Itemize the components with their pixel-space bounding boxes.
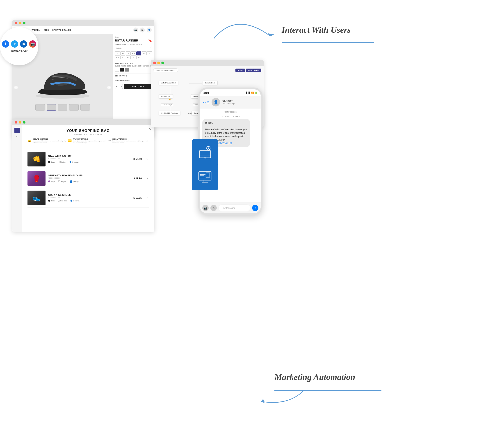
maximize-dot[interactable]	[23, 22, 25, 24]
size-8.5[interactable]: 8.5	[115, 56, 120, 59]
size-dropdown[interactable]: Select... ▾	[115, 46, 152, 50]
ecommerce-titlebar	[12, 20, 154, 26]
status-time: 3:01	[203, 91, 209, 95]
thumbnail-5[interactable]	[80, 104, 90, 111]
instagram-icon[interactable]: 📷	[133, 27, 138, 33]
nav-kids[interactable]: KIDS	[44, 29, 49, 31]
flow-node-onsite[interactable]: On-Site 50%	[159, 94, 173, 98]
product-thumbnails	[35, 104, 90, 111]
prev-arrow[interactable]: ‹	[14, 86, 18, 89]
returns-desc: Lorem ipsum dolor sit amet, consectetur …	[112, 140, 149, 144]
message-timestamp: Thu, Nov 21, 6:20 PM	[202, 115, 258, 117]
social-label: WOMEN'S OR'	[11, 49, 28, 52]
size-7.5[interactable]: 7.5	[142, 51, 147, 55]
send-button[interactable]: ↑	[252, 205, 258, 211]
bookmark-icon[interactable]: 🔖	[148, 39, 152, 42]
flow-builder-button[interactable]: Flow Builder	[246, 69, 261, 72]
size-7[interactable]: 7	[136, 51, 141, 55]
minimize-dot[interactable]	[19, 22, 21, 24]
cart-close-button[interactable]: ✕	[149, 127, 152, 132]
camera-icon[interactable]: 📷	[202, 205, 209, 211]
color-gray[interactable]	[125, 68, 129, 72]
item-remove-3[interactable]: ✕	[146, 196, 149, 200]
item-remove-2[interactable]: ✕	[146, 177, 149, 180]
thumbnail-3[interactable]	[58, 104, 67, 111]
color-values-label: CLOUD WHITE, CORE BLACK, CONCRETE GREY	[115, 65, 152, 67]
contact-info: VARDOT Text Message	[222, 100, 257, 105]
feature-payment: 💳 PAYMENT OPTIONS Lorem ipsum dolor sit …	[68, 138, 108, 144]
twitter-icon[interactable]: 𝕥	[11, 40, 18, 48]
thumbnail-1[interactable]	[35, 104, 45, 111]
maximize-dot-cart[interactable]	[23, 121, 25, 124]
apply-button[interactable]: Apply	[235, 69, 245, 72]
next-arrow[interactable]: ›	[107, 86, 111, 89]
secure-desc: Lorem ipsum dolor sit amet, consectetur …	[33, 140, 68, 144]
size-5.5[interactable]: 5.5	[120, 51, 125, 55]
back-arrow[interactable]: ‹ 405	[203, 100, 209, 104]
size-9.5[interactable]: 9.5	[126, 56, 131, 59]
item-sku-1: #000000000000	[48, 158, 131, 159]
linkedin-icon[interactable]: in	[20, 40, 27, 48]
size-grid: 5 5.5 6 6.5 7 7.5 8 8.5 9 9.5 10 10.5	[115, 51, 152, 59]
qty-select[interactable]: 1 ▾	[115, 84, 123, 89]
size-8[interactable]: 8	[147, 51, 152, 55]
size-5[interactable]: 5	[115, 51, 120, 55]
sidebar-chevron[interactable]: «	[16, 135, 18, 137]
cart-title: YOUR SHOPPING BAG	[27, 129, 149, 133]
secure-label: SECURE SHOPPING	[33, 138, 68, 140]
size-10[interactable]: 10	[131, 56, 136, 59]
size-10.5[interactable]: 10.5	[136, 56, 141, 59]
close-dot-cart[interactable]	[15, 121, 17, 124]
feature-secure: 🔒 SECURE SHOPPING Lorem ipsum dolor sit …	[27, 138, 68, 144]
color-white[interactable]	[115, 68, 119, 72]
svg-line-16	[207, 149, 207, 150]
item-attrs-3: Black One-Size 👤 1 Item(s)	[48, 200, 131, 202]
signal-icon: ▐▐▐	[245, 92, 250, 94]
user-icon[interactable]: 👤	[147, 27, 152, 33]
close-dot[interactable]	[15, 22, 17, 24]
color-black[interactable]	[120, 68, 124, 72]
color-dot-1	[48, 161, 50, 163]
app-icon[interactable]: A	[210, 205, 217, 211]
close-dot-auto[interactable]	[153, 61, 156, 64]
item-price-2: $ 29.96	[133, 177, 142, 180]
thumbnail-2[interactable]	[47, 104, 56, 111]
message-input[interactable]: Text Message	[218, 205, 250, 211]
instagram-icon[interactable]: 📷	[29, 40, 36, 48]
flow-node-adroll[interactable]: AdRoll Touchm Pixel	[159, 81, 178, 85]
item-qty-2: 👤 1 Item(s)	[70, 180, 79, 183]
phone-header: ‹ 405 👤 VARDOT Text Message	[200, 96, 261, 109]
contact-type-label: Text Message	[222, 102, 257, 105]
flow-node-seo[interactable]: On-Site SEO Reminder	[159, 111, 180, 115]
facebook-icon[interactable]: f	[2, 40, 9, 48]
battery-icon: 🔋	[255, 92, 257, 94]
flow-node-email[interactable]: Send to Email	[203, 81, 218, 85]
returns-icon: ↩	[108, 139, 111, 142]
message-body: We are Vardot! We're excited to meet you…	[205, 128, 247, 141]
more-icon[interactable]: ≫	[140, 27, 145, 33]
nav-sports-brands[interactable]: SPORTS BRANDS	[52, 29, 72, 31]
add-to-bag-button[interactable]: ADD TO BAG	[124, 84, 152, 89]
item-size-2: Regular	[58, 180, 67, 183]
cart-item-2: 🥊 STRENGTH BOXING GLOVES #000000000000 P…	[27, 169, 149, 188]
size-6.5[interactable]: 6.5	[131, 51, 136, 55]
social-icons-row: f 𝕥 in 📷	[2, 40, 36, 48]
size-9[interactable]: 9	[120, 56, 125, 59]
description-accordion[interactable]: DESCRIPTION ▾	[115, 74, 152, 78]
maximize-dot-auto[interactable]	[161, 61, 164, 64]
item-image-2: 🥊	[27, 171, 46, 186]
nav-women[interactable]: WOMEN	[32, 29, 40, 31]
minimize-dot-cart[interactable]	[19, 121, 21, 124]
status-icons: ▐▐▐ 📶 🔋	[245, 92, 257, 94]
size-6[interactable]: 6	[126, 51, 131, 55]
colors-label: AVAILABLE COLORS ▾	[115, 62, 152, 64]
item-details-3: GREY NIKE SHOES #000000000000 Black One-…	[48, 194, 131, 202]
social-circle: f 𝕥 in 📷 WOMEN'S OR'	[0, 27, 38, 65]
thumbnail-4[interactable]	[69, 104, 79, 111]
minimize-dot-auto[interactable]	[157, 61, 160, 64]
auto-header-bar: Started Engage Trave... Apply Flow Build…	[153, 68, 261, 72]
specifications-accordion[interactable]: SPECIFICATIONS ▾	[115, 78, 152, 82]
payment-icon: 💳	[68, 139, 72, 142]
size-icon-3	[58, 200, 59, 202]
item-remove-1[interactable]: ✕	[146, 157, 149, 161]
